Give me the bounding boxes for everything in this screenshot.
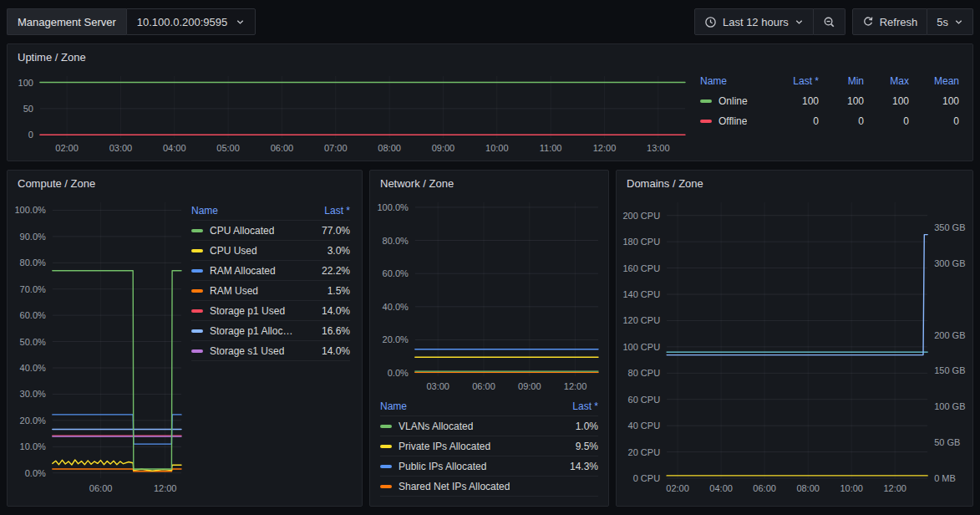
svg-text:0: 0 [28,130,33,140]
series-name[interactable]: Shared Net IPs Allocated [399,481,510,492]
svg-text:70.0%: 70.0% [20,284,46,294]
legend-header-max[interactable]: Max [869,75,909,87]
legend-header-min[interactable]: Min [824,75,864,87]
svg-text:150 GB: 150 GB [934,365,965,375]
svg-text:180 CPU: 180 CPU [622,237,660,247]
legend-header-name[interactable]: Name [191,205,298,217]
chevron-down-icon [954,18,963,27]
legend-row: Public IPs Allocated14.3% [380,456,598,477]
variable-label: Management Server [7,8,126,35]
series-name[interactable]: Public IPs Allocated [399,461,486,472]
panel-network: Network / Zone 03:0006:0009:0012:000.0%2… [369,170,609,507]
series-color-swatch [191,269,203,273]
panel-title-network[interactable]: Network / Zone [370,171,608,196]
panel-uptime: Uptime / Zone 02:0003:0004:0005:0006:000… [7,43,973,161]
svg-text:20.0%: 20.0% [383,334,409,344]
legend-header-last[interactable]: Last * [774,75,819,87]
compute-chart[interactable]: 06:0012:000.0%10.0%20.0%30.0%40.0%50.0%6… [9,196,190,497]
refresh-button[interactable]: Refresh [852,8,928,35]
legend-row: Storage p1 Allocated16.6% [191,321,350,341]
panel-title-compute[interactable]: Compute / Zone [8,171,362,196]
legend-header-name[interactable]: Name [380,400,540,412]
legend-header-last[interactable]: Last * [545,400,598,412]
legend-row: Storage p1 Used14.0% [191,301,350,321]
svg-text:0 CPU: 0 CPU [633,473,660,483]
panel-title-uptime[interactable]: Uptime / Zone [8,44,972,69]
svg-text:160 CPU: 160 CPU [622,263,660,273]
svg-text:09:00: 09:00 [518,381,541,391]
series-color-swatch [191,249,203,252]
zoom-out-button[interactable] [814,8,845,35]
svg-text:10:00: 10:00 [485,143,509,153]
series-max: 100 [869,95,909,107]
series-last: 14.3% [545,461,598,472]
panel-compute: Compute / Zone 06:0012:000.0%10.0%20.0%3… [7,170,363,507]
legend-header-row: NameLast * [191,201,350,221]
zoom-out-icon [823,16,835,28]
series-name[interactable]: CPU Used [210,245,257,257]
svg-text:80.0%: 80.0% [20,258,46,268]
series-last: 100 [774,95,819,107]
uptime-chart-svg: 02:0003:0004:0005:0006:0007:0008:0009:00… [13,69,693,156]
series-mean: 0 [914,115,959,127]
series-last: 14.0% [303,305,350,317]
svg-text:10:00: 10:00 [840,483,863,493]
clock-icon [704,16,717,28]
series-color-swatch [380,485,392,488]
series-name[interactable]: Offline [718,115,747,127]
svg-text:02:00: 02:00 [55,143,79,153]
series-name[interactable]: RAM Allocated [210,265,276,277]
svg-text:13:00: 13:00 [647,143,670,153]
series-color-swatch [380,465,392,468]
series-name[interactable]: VLANs Allocated [399,421,473,432]
legend-header-name[interactable]: Name [700,75,769,87]
server-select[interactable]: 10.100.0.200:9595 [126,8,256,35]
legend-header-mean[interactable]: Mean [914,75,959,87]
legend-header-last[interactable]: Last * [303,205,350,217]
legend-row: RAM Used1.5% [191,281,350,301]
series-name[interactable]: Private IPs Allocated [399,441,490,452]
network-chart[interactable]: 03:0006:0009:0012:000.0%20.0%40.0%60.0%8… [372,196,607,395]
series-name[interactable]: Storage p1 Used [210,305,285,317]
svg-text:40.0%: 40.0% [20,363,46,373]
series-last: 3.0% [303,245,350,257]
legend-row: Shared Net IPs Allocated [380,477,598,497]
series-last: 1.0% [545,421,598,432]
time-range-picker[interactable]: Last 12 hours [694,8,814,35]
svg-text:20 CPU: 20 CPU [628,447,661,457]
series-name[interactable]: Storage p1 Allocated [210,325,298,337]
series-color-swatch [191,289,203,293]
series-name[interactable]: Storage s1 Used [210,345,284,357]
series-name[interactable]: Online [718,95,748,107]
chevron-down-icon [236,18,245,27]
series-name[interactable]: CPU Allocated [210,225,274,237]
series-name[interactable]: RAM Used [210,285,258,297]
svg-text:09:00: 09:00 [432,143,455,153]
svg-text:60 CPU: 60 CPU [628,395,661,405]
svg-text:12:00: 12:00 [154,483,177,493]
series-mean: 100 [914,95,959,107]
legend-header-row: NameLast *MinMaxMean [700,71,959,91]
uptime-legend: NameLast *MinMaxMeanOnline100100100100Of… [693,69,969,159]
svg-text:08:00: 08:00 [378,143,401,153]
series-color-swatch [700,99,712,103]
svg-text:03:00: 03:00 [109,143,133,153]
legend-row: Storage s1 Used14.0% [191,341,350,361]
series-min: 0 [824,115,864,127]
time-range-label: Last 12 hours [723,16,789,28]
uptime-chart[interactable]: 02:0003:0004:0005:0006:0007:0008:0009:00… [13,69,693,156]
panel-title-domains[interactable]: Domains / Zone [617,171,972,196]
svg-text:50.0%: 50.0% [20,337,46,347]
svg-text:30.0%: 30.0% [20,389,46,399]
svg-text:60.0%: 60.0% [383,268,409,278]
svg-text:200 GB: 200 GB [934,330,965,340]
refresh-interval-select[interactable]: 5s [927,8,973,35]
svg-text:06:00: 06:00 [271,143,294,153]
series-last: 16.6% [303,325,350,337]
domains-chart[interactable]: 02:0004:0006:0008:0010:0012:000 CPU20 CP… [618,196,971,497]
series-color-swatch [191,329,203,333]
legend-row: Online100100100100 [700,91,959,111]
svg-text:06:00: 06:00 [472,381,495,391]
refresh-icon [862,16,874,28]
svg-text:350 GB: 350 GB [934,222,965,232]
